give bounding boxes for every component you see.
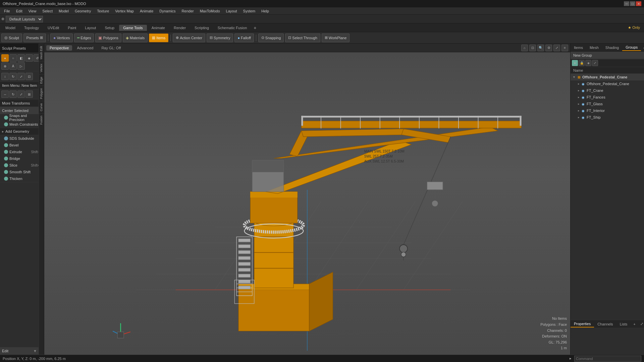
edit-dropdown[interactable]: Edit ▼	[0, 347, 39, 355]
tree-item-1[interactable]: ▸ ◉ FT_Crane	[571, 87, 644, 94]
side-tab-fusion[interactable]: Fusion	[39, 113, 44, 127]
rb-tab-lists[interactable]: Lists	[616, 321, 631, 327]
extrude-item[interactable]: Extrude Shift+X	[0, 148, 44, 155]
select-through-button[interactable]: ⊡ Select Through	[285, 34, 320, 42]
tab-paint[interactable]: Paint	[64, 25, 80, 31]
menu-animate[interactable]: Animate	[137, 8, 156, 14]
tool-box[interactable]: ⊡	[25, 73, 33, 80]
bridge-item[interactable]: Bridge	[0, 155, 44, 162]
tool-arrow[interactable]: ▷	[17, 62, 25, 70]
right-tab-groups[interactable]: Groups	[622, 44, 641, 51]
only-toggle[interactable]: ★ Only	[628, 25, 643, 30]
maximize-button[interactable]: □	[630, 1, 635, 6]
rb-tab-properties[interactable]: Properties	[571, 321, 594, 327]
vp-home-button[interactable]: ⌂	[521, 45, 528, 51]
tab-model[interactable]: Model	[1, 25, 19, 31]
tool-text[interactable]: A	[9, 62, 17, 70]
mesh-constraints-item[interactable]: Mesh Constraints	[0, 121, 44, 128]
menu-select[interactable]: Select	[40, 8, 55, 14]
sculpt-button[interactable]: ◎ Sculpt	[1, 34, 22, 42]
menu-edit[interactable]: Edit	[13, 8, 25, 14]
transform-rotate[interactable]: ↻	[9, 90, 17, 98]
tab-schematic-fusion[interactable]: Schematic Fusion	[214, 25, 251, 31]
tree-item-3[interactable]: ▸ ◉ FT_Glass	[571, 101, 644, 107]
lock-icon[interactable]: 🔒	[579, 60, 585, 66]
materials-button[interactable]: ◈ Materials	[123, 34, 148, 42]
viewport-3d[interactable]: MAIN SWL 150T 7.2-10M SWL 25T 7.2-35M AU…	[44, 52, 570, 355]
menu-render[interactable]: Render	[179, 8, 197, 14]
menu-layout[interactable]: Layout	[223, 8, 240, 14]
right-tab-mesh[interactable]: Mesh	[586, 45, 602, 51]
side-tab-polygon[interactable]: Polygon	[39, 86, 44, 101]
side-tab-edge[interactable]: Edge	[39, 74, 44, 86]
tab-setup[interactable]: Setup	[101, 25, 118, 31]
tab-render[interactable]: Render	[170, 25, 190, 31]
side-tab-curve[interactable]: Curve	[39, 101, 44, 113]
symmetry-button[interactable]: ⊟ Symmetry	[207, 34, 233, 42]
tool-add[interactable]: ⊕	[1, 62, 9, 70]
slice-item[interactable]: Slice Shift+C	[0, 162, 44, 169]
tab-topology[interactable]: Topology	[20, 25, 43, 31]
tool-rotate2[interactable]: ↻	[9, 73, 17, 80]
snapping-button[interactable]: ⊙ Snapping	[258, 34, 284, 42]
rb-tab-channels[interactable]: Channels	[594, 321, 616, 327]
tool-select[interactable]: ●	[1, 54, 9, 62]
expand-icon[interactable]: ⤢	[592, 60, 598, 66]
tool-loop[interactable]: ◈	[25, 54, 33, 62]
tool-move[interactable]: ↕	[1, 73, 9, 80]
tab-scripting[interactable]: Scripting	[191, 25, 213, 31]
center-selected[interactable]: Center Selected	[0, 107, 44, 114]
tool-scale[interactable]: ⤢	[17, 73, 25, 80]
add-geometry-header[interactable]: ▸ Add Geometry	[0, 128, 44, 135]
minimize-button[interactable]: ─	[624, 1, 629, 6]
menu-view[interactable]: View	[26, 8, 39, 14]
vp-tab-raygl[interactable]: Ray GL: Off	[98, 45, 124, 51]
vp-frame-button[interactable]: ⊡	[529, 45, 536, 51]
layout-selector[interactable]: Default Layouts	[6, 16, 43, 22]
tab-layout[interactable]: Layout	[81, 25, 100, 31]
snaps-precision-item[interactable]: Snaps and Precision	[0, 114, 44, 121]
add-tab-button[interactable]: +	[252, 25, 258, 31]
vp-settings-button[interactable]: ⚙	[545, 45, 552, 51]
menu-model[interactable]: Model	[56, 8, 71, 14]
vp-menu-button[interactable]: ≡	[561, 45, 568, 51]
tab-game-tools[interactable]: Game Tools	[119, 25, 147, 31]
tree-item-2[interactable]: ▸ ◉ FT_Fances	[571, 94, 644, 101]
right-tab-shading[interactable]: Shading	[602, 45, 622, 51]
menu-dynamics[interactable]: Dynamics	[157, 8, 178, 14]
smooth-shift-item[interactable]: Smooth Shift	[0, 169, 44, 175]
rb-add-button[interactable]: +	[631, 321, 638, 327]
tree-root[interactable]: ▼ ⊞ Offshore_Pedestal_Crane	[571, 74, 644, 80]
viewport[interactable]: Perspective Advanced Ray GL: Off ⌂ ⊡ 🔍 ⚙…	[44, 44, 570, 355]
new-group-button[interactable]: New Group	[571, 52, 644, 59]
vertices-button[interactable]: ● Vertices	[50, 34, 73, 42]
item-menu[interactable]: Item Menu: New Item ▼	[0, 82, 44, 89]
render-icon[interactable]: ◈	[585, 60, 591, 66]
menu-system[interactable]: System	[240, 8, 258, 14]
workplane-button[interactable]: ⊞ WorkPlane	[322, 34, 350, 42]
tab-animate[interactable]: Animate	[148, 25, 169, 31]
vp-tab-perspective[interactable]: Perspective	[46, 45, 72, 51]
menu-help[interactable]: Help	[259, 8, 272, 14]
close-button[interactable]: ✕	[636, 1, 641, 6]
tab-uvedit[interactable]: UVEdit	[44, 25, 63, 31]
transform-scale[interactable]: ⤢	[17, 90, 25, 98]
right-tab-expand[interactable]: ⤢	[641, 44, 644, 51]
bevel-item[interactable]: Bevel B	[0, 142, 44, 148]
eye-icon[interactable]: ●	[572, 60, 578, 66]
items-button[interactable]: ⊞ Items	[149, 34, 168, 42]
tree-item-5[interactable]: ▸ ◉ FT_Ship	[571, 114, 644, 121]
presets-button[interactable]: Presets ⊞	[23, 34, 46, 42]
vp-zoom-button[interactable]: 🔍	[537, 45, 544, 51]
rb-expand-button[interactable]: ⤢	[638, 321, 644, 327]
transform-transform[interactable]: ⊞	[25, 90, 33, 98]
falloff-button[interactable]: ● Falloff	[234, 34, 254, 42]
action-center-button[interactable]: ⊕ Action Center	[173, 34, 205, 42]
tool-lasso[interactable]: ○	[9, 54, 17, 62]
right-tab-items[interactable]: Items	[571, 45, 586, 51]
tree-item-0[interactable]: ▸ ◉ Offshore_Pedestal_Crane	[571, 80, 644, 87]
tree-item-4[interactable]: ▸ ◉ FT_Interior	[571, 107, 644, 114]
more-transforms[interactable]: More Transforms ▼	[0, 100, 44, 107]
polygons-button[interactable]: ▣ Polygons	[95, 34, 121, 42]
thicken-item[interactable]: Thicken	[0, 175, 44, 182]
